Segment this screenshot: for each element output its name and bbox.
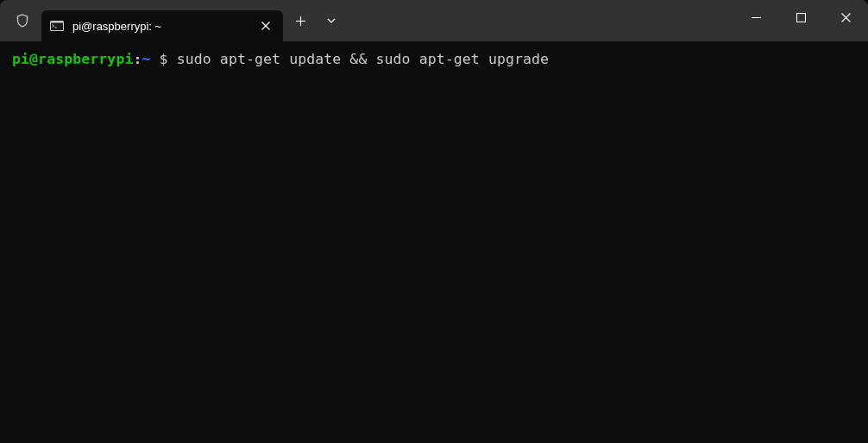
tab-close-button[interactable] [257, 17, 274, 34]
svg-rect-8 [796, 13, 805, 22]
titlebar: pi@raspberrypi: ~ [0, 0, 868, 41]
tab-title: pi@raspberrypi: ~ [72, 20, 257, 33]
terminal-tab[interactable]: pi@raspberrypi: ~ [41, 10, 283, 41]
command-text: sudo apt-get update && sudo apt-get upgr… [177, 51, 549, 67]
prompt-symbol: $ [151, 51, 177, 67]
window-controls [733, 0, 868, 34]
prompt-user-host: pi@raspberrypi [12, 51, 133, 67]
terminal-icon [50, 19, 64, 33]
maximize-button[interactable] [778, 0, 823, 34]
prompt-line: pi@raspberrypi:~ $ sudo apt-get update &… [12, 50, 856, 69]
tab-dropdown-button[interactable] [316, 7, 347, 34]
close-window-button[interactable] [823, 0, 868, 34]
minimize-button[interactable] [733, 0, 778, 34]
shield-icon [14, 12, 31, 29]
prompt-colon: : [133, 51, 142, 67]
new-tab-button[interactable] [285, 7, 316, 34]
prompt-path: ~ [142, 51, 151, 67]
terminal-body[interactable]: pi@raspberrypi:~ $ sudo apt-get update &… [0, 41, 868, 78]
titlebar-actions [285, 0, 347, 41]
